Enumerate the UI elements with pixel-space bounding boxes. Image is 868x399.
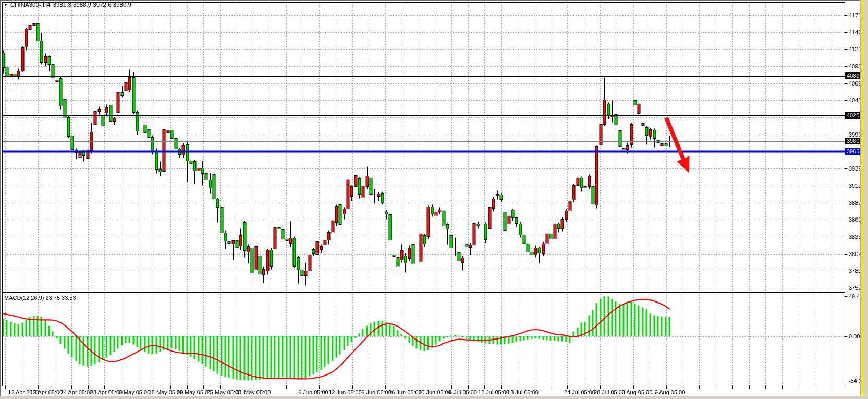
time-axis-label: 30 Jun 05:00 — [418, 389, 451, 395]
window-border-top — [0, 0, 868, 1]
window-border-bottom — [0, 396, 868, 399]
window-border-right-fill — [864, 0, 868, 399]
symbol-title: CHINA300-,H4 — [10, 2, 51, 8]
symbol-bar[interactable]: ▼ CHINA300-,H4 3981.3 3988.9 3972.6 3980… — [4, 2, 131, 8]
time-axis-label: 6 Jun 05:00 — [298, 389, 328, 395]
symbol-ohlc: 3981.3 3988.9 3972.6 3980.9 — [53, 2, 131, 8]
time-axis-label: 28 Apr 05:00 — [90, 389, 123, 395]
time-axis-label: 18 Apr 05:00 — [30, 389, 63, 395]
time-axis-label: 19 May 05:00 — [177, 389, 212, 395]
macd-tick-label: 0.00 — [849, 333, 860, 340]
time-axis-label: 16 Jun 05:00 — [358, 389, 392, 395]
time-axis-label: 31 May 05:00 — [236, 389, 271, 395]
chevron-down-icon[interactable]: ▼ — [4, 2, 8, 8]
time-axis-label: 28 Jul 05:00 — [594, 389, 625, 395]
indicator-label: MACD(12,26,9) 23.75 33.53 — [4, 295, 76, 301]
chart-window: ▼ CHINA300-,H4 3981.3 3988.9 3972.6 3980… — [0, 0, 868, 399]
time-axis-label: 12 Jul 05:00 — [478, 389, 509, 395]
time-axis-label: 9 Aug 05:00 — [655, 389, 686, 395]
chart-canvas[interactable] — [0, 0, 868, 399]
time-axis-label: 18 Jul 05:00 — [507, 389, 539, 395]
time-axis-label: 6 Jul 05:00 — [449, 389, 477, 395]
time-axis-label: 24 Apr 05:00 — [60, 389, 93, 395]
time-axis-label: 9 May 05:00 — [119, 389, 151, 395]
time-axis-label: 3 Aug 05:00 — [622, 389, 653, 395]
window-border-left — [0, 0, 1, 399]
window-border-right — [860, 0, 861, 399]
time-axis-label: 24 Jul 05:00 — [564, 389, 595, 395]
time-axis-label: 26 Jun 05:00 — [388, 389, 422, 395]
time-axis-label: 12 Jun 05:00 — [328, 389, 362, 395]
